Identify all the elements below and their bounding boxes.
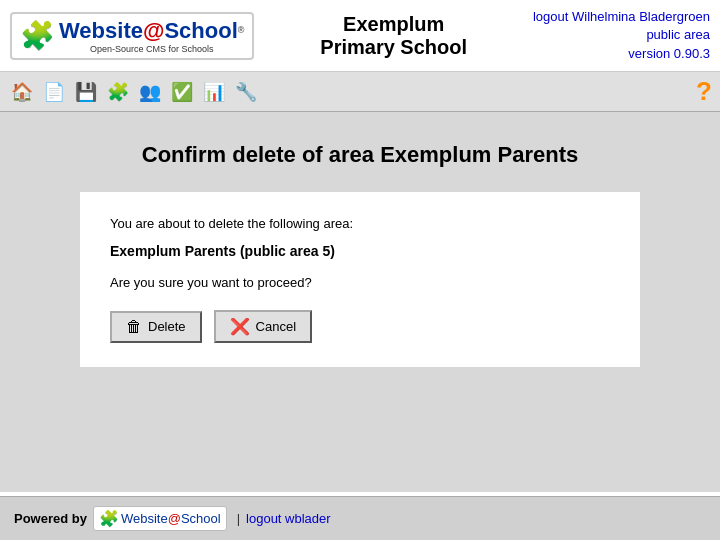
confirm-body: You are about to delete the following ar…	[80, 192, 640, 367]
users-toolbar-btn[interactable]: 👥	[136, 78, 164, 106]
footer: Powered by 🧩 Website@School | logout wbl…	[0, 496, 720, 540]
main-content: Confirm delete of area Exemplum Parents …	[0, 112, 720, 492]
logo-at-text: @	[143, 18, 164, 43]
site-school: Primary School	[254, 36, 533, 59]
logo-subtitle: Open-Source CMS for Schools	[59, 44, 244, 54]
powered-by-text: Powered by	[14, 511, 87, 526]
cancel-button[interactable]: ❌ Cancel	[214, 310, 312, 343]
toolbar: 🏠 📄 💾 🧩 👥 ✅ 📊 🔧 ?	[0, 72, 720, 112]
logo-website-text: Website	[59, 18, 143, 43]
stats-toolbar-btn[interactable]: 📊	[200, 78, 228, 106]
modules-toolbar-btn[interactable]: 🧩	[104, 78, 132, 106]
logo-box: 🧩 Website@School® Open-Source CMS for Sc…	[10, 12, 254, 60]
save-toolbar-btn[interactable]: 💾	[72, 78, 100, 106]
about-to-delete-text: You are about to delete the following ar…	[110, 216, 610, 231]
pages-toolbar-btn[interactable]: 📄	[40, 78, 68, 106]
site-name: Exemplum	[254, 13, 533, 36]
tools-toolbar-btn[interactable]: 🔧	[232, 78, 260, 106]
delete-label: Delete	[148, 319, 186, 334]
footer-logo: 🧩 Website@School	[93, 506, 227, 531]
footer-separator: |	[237, 511, 240, 526]
logo-registered-icon: ®	[238, 24, 245, 34]
confirm-dialog: Confirm delete of area Exemplum Parents …	[40, 142, 680, 367]
button-row: 🗑 Delete ❌ Cancel	[110, 310, 610, 343]
cancel-label: Cancel	[256, 319, 296, 334]
footer-school-text: School	[181, 511, 221, 526]
user-info: logout Wilhelmina Bladergroen public are…	[533, 8, 710, 63]
footer-puzzle-icon: 🧩	[99, 509, 119, 528]
user-area: public area	[533, 26, 710, 44]
logo-area: 🧩 Website@School® Open-Source CMS for Sc…	[10, 12, 254, 60]
site-title: Exemplum Primary School	[254, 13, 533, 59]
delete-icon: 🗑	[126, 318, 142, 336]
footer-at-text: @	[168, 511, 181, 526]
toolbar-icons: 🏠 📄 💾 🧩 👥 ✅ 📊 🔧	[8, 78, 260, 106]
cancel-icon: ❌	[230, 317, 250, 336]
logo-school-text: School	[164, 18, 237, 43]
help-button[interactable]: ?	[696, 76, 712, 107]
area-name-text: Exemplum Parents (public area 5)	[110, 243, 610, 259]
footer-website-text: Website	[121, 511, 168, 526]
version-info: version 0.90.3	[533, 45, 710, 63]
delete-button[interactable]: 🗑 Delete	[110, 311, 202, 343]
confirm-title: Confirm delete of area Exemplum Parents	[40, 142, 680, 168]
sure-text: Are you sure you want to proceed?	[110, 275, 610, 290]
logout-link[interactable]: logout Wilhelmina Bladergroen	[533, 8, 710, 26]
footer-logout-link[interactable]: logout wblader	[246, 511, 331, 526]
logo-puzzle-icon: 🧩	[20, 19, 55, 52]
home-toolbar-btn[interactable]: 🏠	[8, 78, 36, 106]
header: 🧩 Website@School® Open-Source CMS for Sc…	[0, 0, 720, 72]
check-toolbar-btn[interactable]: ✅	[168, 78, 196, 106]
